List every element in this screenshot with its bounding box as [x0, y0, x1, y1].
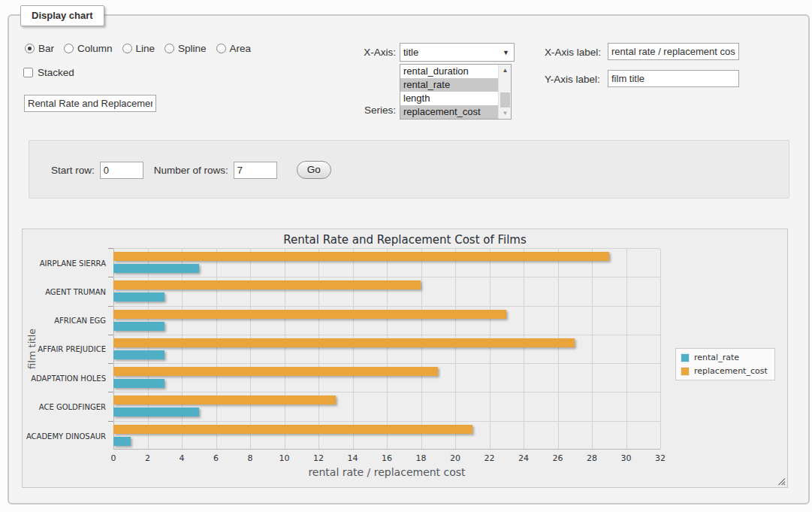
x-axis-select-label: X-Axis:	[355, 47, 396, 58]
bar-replacement_cost	[113, 338, 575, 347]
chart-type-radio-line[interactable]	[122, 44, 132, 53]
series-listbox[interactable]: rental_durationrental_ratelengthreplacem…	[400, 64, 512, 120]
scroll-up-icon[interactable]: ▲	[499, 65, 512, 76]
category-label: AGENT TRUMAN	[8, 287, 106, 295]
category-label: ADAPTATION HOLES	[8, 374, 106, 382]
panel-title: Display chart	[20, 5, 104, 26]
num-rows-input[interactable]	[234, 162, 277, 179]
num-rows-label: Number of rows:	[154, 165, 228, 176]
bar-replacement_cost	[113, 252, 609, 261]
x-tick-label: 18	[416, 453, 427, 463]
y-tick-mark	[108, 392, 113, 392]
bar-rental_rate	[113, 437, 131, 446]
go-button[interactable]: Go	[297, 161, 331, 179]
chart-type-radio-column[interactable]	[64, 44, 74, 53]
category-label: AFRICAN EGG	[8, 317, 106, 325]
row-controls: Start row: Number of rows: Go	[51, 161, 331, 179]
listbox-scrollbar[interactable]: ▲ ▼	[498, 65, 511, 119]
row-controls-box: Start row: Number of rows: Go	[29, 140, 789, 198]
legend-item-replacement_cost: replacement_cost	[681, 366, 768, 376]
chart-title: Rental Rate and Replacement Cost of Film…	[23, 233, 787, 247]
chart-row-affair-prejudice: AFFAIR PREJUDICE	[113, 335, 660, 364]
x-tick-label: 16	[382, 453, 392, 463]
legend-label: replacement_cost	[694, 366, 768, 376]
x-tick-label: 28	[587, 453, 597, 463]
display-chart-panel: Display chart BarColumnLineSplineArea St…	[8, 14, 810, 504]
x-axis-label-label: X-Axis label:	[545, 47, 605, 58]
chart-type-label-spline: Spline	[178, 43, 207, 54]
bar-replacement_cost	[113, 280, 421, 289]
x-tick-label: 14	[348, 453, 358, 463]
bar-replacement_cost	[113, 367, 438, 376]
series-label: Series:	[349, 105, 396, 116]
start-row-input[interactable]	[100, 162, 143, 179]
x-tick-label: 10	[279, 453, 290, 463]
x-tick-label: 12	[313, 453, 324, 463]
bar-rental_rate	[113, 350, 165, 359]
legend-item-rental_rate: rental_rate	[681, 353, 768, 362]
category-label: ACADEMY DINOSAUR	[8, 432, 106, 440]
bar-rental_rate	[113, 379, 165, 388]
chart-type-item-bar: Bar	[25, 43, 54, 54]
chart-type-item-column: Column	[64, 43, 113, 54]
y-tick-mark	[108, 335, 113, 335]
x-axis-select[interactable]: title ▼	[400, 43, 515, 62]
x-axis-selected-value: title	[403, 47, 418, 58]
bar-rental_rate	[113, 264, 199, 273]
legend-swatch-rental_rate	[681, 353, 690, 362]
x-tick-label: 30	[621, 453, 632, 463]
chart-title-input[interactable]	[24, 95, 156, 112]
x-tick-label: 32	[655, 453, 666, 463]
x-tick-label: 0	[111, 453, 116, 463]
x-tick-label: 6	[213, 453, 219, 463]
scrollbar-thumb[interactable]	[500, 92, 510, 109]
y-tick-mark	[108, 421, 113, 422]
chart-row-airplane-sierra: AIRPLANE SIERRA	[113, 249, 660, 277]
chart-type-item-spline: Spline	[165, 43, 207, 54]
bar-replacement_cost	[113, 310, 506, 319]
scroll-down-icon[interactable]: ▼	[499, 108, 512, 119]
stacked-row: Stacked	[23, 67, 74, 78]
x-tick-label: 8	[248, 453, 253, 463]
series-option-replacement_cost[interactable]: replacement_cost	[400, 105, 498, 119]
series-option-rental_rate[interactable]: rental_rate	[400, 78, 498, 92]
x-tick-label: 24	[518, 453, 529, 463]
y-axis-label-input[interactable]	[608, 70, 739, 87]
y-tick-mark	[108, 248, 113, 249]
x-axis-label-input[interactable]	[608, 43, 739, 60]
chart-row-adaptation-holes: ADAPTATION HOLES	[113, 364, 660, 392]
category-label: AIRPLANE SIERRA	[8, 259, 106, 267]
page: Display chart BarColumnLineSplineArea St…	[0, 0, 812, 512]
chart-type-radio-spline[interactable]	[165, 44, 174, 53]
category-label: AFFAIR PREJUDICE	[8, 345, 106, 353]
chart-type-item-area: Area	[216, 43, 252, 54]
chart-panel: Rental Rate and Replacement Cost of Film…	[22, 229, 788, 488]
chart-type-label-area: Area	[230, 43, 252, 54]
chart-legend: rental_ratereplacement_cost	[675, 348, 775, 380]
x-axis-ticks: 02468101214161820222426283032	[113, 453, 660, 462]
bar-replacement_cost	[113, 425, 472, 434]
bar-rental_rate	[113, 407, 199, 417]
resize-handle-icon[interactable]	[777, 477, 785, 485]
stacked-checkbox[interactable]	[23, 68, 33, 77]
chart-type-label-bar: Bar	[38, 43, 54, 54]
chart-row-african-egg: AFRICAN EGG	[113, 307, 660, 335]
gridline	[660, 249, 661, 449]
y-tick-mark	[108, 277, 113, 277]
chart-type-label-column: Column	[77, 43, 113, 54]
chart-type-radio-bar[interactable]	[25, 44, 35, 53]
start-row-label: Start row:	[51, 165, 95, 176]
series-option-rental_duration[interactable]: rental_duration	[400, 65, 498, 78]
chart-type-radio-area[interactable]	[216, 44, 226, 53]
chart-row-academy-dinosaur: ACADEMY DINOSAUR	[113, 422, 660, 450]
y-axis-label-label: Y-Axis label:	[545, 74, 605, 85]
y-tick-mark	[108, 363, 113, 364]
chart-row-ace-goldfinger: ACE GOLDFINGER	[113, 392, 660, 421]
bar-replacement_cost	[113, 395, 336, 404]
chart-x-axis-title: rental rate / replacement cost	[113, 466, 660, 478]
series-option-length[interactable]: length	[400, 92, 498, 105]
y-tick-mark	[108, 306, 113, 307]
x-tick-label: 22	[484, 453, 495, 463]
chart-type-group: BarColumnLineSplineArea	[25, 43, 251, 54]
bar-rental_rate	[113, 292, 165, 301]
